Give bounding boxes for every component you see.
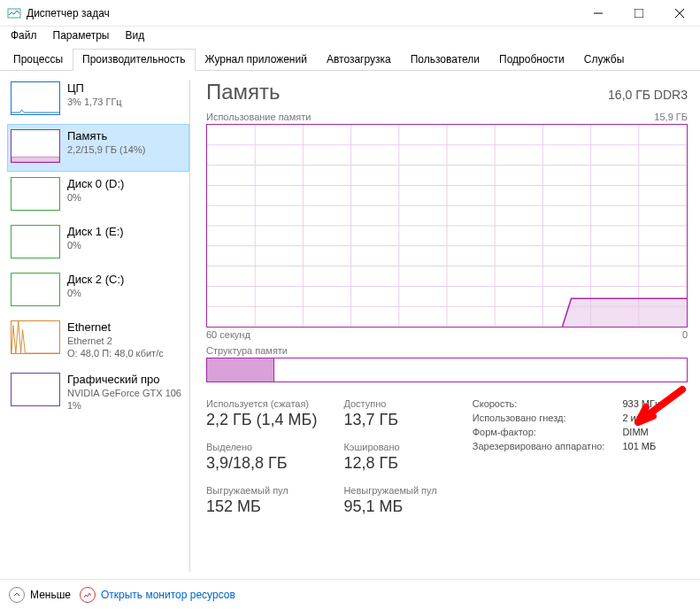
memory-thumb	[11, 129, 60, 163]
svg-rect-0	[8, 9, 20, 18]
tab-services[interactable]: Службы	[574, 49, 634, 71]
stat-committed: Выделено3,9/18,8 ГБ	[206, 442, 317, 473]
prop-slots-value: 2 из 4	[622, 412, 660, 423]
svg-rect-2	[635, 9, 643, 18]
sidebar-item-disk0[interactable]: Диск 0 (D:)0%	[7, 172, 189, 220]
tab-users[interactable]: Пользователи	[401, 49, 489, 71]
prop-speed-value: 933 МГц	[622, 398, 660, 409]
bottombar: Меньше Открыть монитор ресурсов	[0, 579, 700, 609]
stat-cached: Кэшировано12,8 ГБ	[343, 442, 436, 473]
sidebar-item-disk2[interactable]: Диск 2 (C:)0%	[7, 267, 189, 315]
tab-performance[interactable]: Производительность	[73, 49, 195, 71]
prop-slots-label: Использовано гнезд:	[473, 412, 605, 423]
disk0-title: Диск 0 (D:)	[67, 177, 124, 190]
stat-used: Используется (сжатая)2,2 ГБ (1,4 МБ)	[206, 398, 317, 429]
comp-label: Структура памяти	[206, 345, 688, 356]
cpu-thumb	[11, 81, 60, 115]
window-controls	[578, 0, 700, 27]
cpu-title: ЦП	[67, 81, 122, 95]
memory-composition-chart[interactable]	[206, 358, 688, 382]
main-panel: Память 16,0 ГБ DDR3 Использование памяти…	[190, 71, 700, 581]
tab-startup[interactable]: Автозагрузка	[317, 49, 401, 71]
stats: Используется (сжатая)2,2 ГБ (1,4 МБ) Дос…	[206, 398, 688, 516]
x-axis-right: 0	[682, 329, 688, 340]
titlebar: Диспетчер задач	[0, 0, 700, 27]
disk0-sub: 0%	[67, 192, 124, 203]
gpu-sub2: 1%	[67, 400, 181, 411]
tab-app-history[interactable]: Журнал приложений	[196, 49, 317, 71]
memory-spec: 16,0 ГБ DDR3	[608, 88, 688, 102]
disk2-sub: 0%	[67, 288, 124, 298]
comp-free-segment	[274, 358, 687, 382]
comp-used-segment	[207, 358, 274, 382]
prop-speed-label: Скорость:	[473, 398, 605, 409]
stat-available: Доступно13,7 ГБ	[343, 398, 436, 429]
window-title: Диспетчер задач	[27, 7, 578, 19]
app-icon	[7, 6, 21, 20]
prop-reserved-value: 101 МБ	[622, 441, 660, 451]
gpu-title: Графический про	[67, 373, 181, 386]
memory-title: Память	[67, 129, 145, 143]
disk2-title: Диск 2 (C:)	[67, 273, 124, 286]
tabs: Процессы Производительность Журнал прило…	[0, 44, 700, 71]
menu-view[interactable]: Вид	[118, 27, 151, 43]
sidebar-item-ethernet[interactable]: EthernetEthernet 2О: 48,0 П: 48,0 кбит/с	[7, 315, 189, 367]
fewer-details-button[interactable]: Меньше	[9, 587, 71, 603]
tab-details[interactable]: Подробности	[489, 49, 574, 71]
disk1-thumb	[11, 225, 60, 258]
chevron-up-icon	[9, 587, 25, 603]
content: ЦП3% 1,73 ГГц Память2,2/15,9 ГБ (14%) Ди…	[0, 71, 700, 581]
usage-label: Использование памяти	[206, 112, 311, 122]
open-resource-monitor-link[interactable]: Открыть монитор ресурсов	[80, 587, 235, 603]
eth-sub2: О: 48,0 П: 48,0 кбит/с	[67, 348, 164, 358]
main-title: Память	[206, 80, 281, 104]
cpu-sub: 3% 1,73 ГГц	[67, 96, 122, 107]
gpu-sub1: NVIDIA GeForce GTX 106	[67, 388, 181, 398]
prop-reserved-label: Зарезервировано аппаратно:	[473, 441, 605, 451]
sidebar-item-disk1[interactable]: Диск 1 (E:)0%	[7, 220, 189, 267]
sidebar: ЦП3% 1,73 ГГц Память2,2/15,9 ГБ (14%) Ди…	[0, 71, 189, 581]
eth-thumb	[11, 320, 60, 354]
sidebar-item-gpu[interactable]: Графический проNVIDIA GeForce GTX 1061%	[7, 367, 189, 420]
menu-file[interactable]: Файл	[4, 27, 44, 43]
tab-processes[interactable]: Процессы	[4, 49, 73, 71]
maximize-button[interactable]	[619, 0, 659, 27]
memory-props: Скорость:933 МГц Использовано гнезд:2 из…	[473, 398, 661, 516]
sidebar-item-cpu[interactable]: ЦП3% 1,73 ГГц	[7, 76, 189, 124]
stat-paged: Выгружаемый пул152 МБ	[206, 485, 317, 516]
sidebar-item-memory[interactable]: Память2,2/15,9 ГБ (14%)	[7, 124, 189, 172]
disk2-thumb	[11, 273, 60, 306]
disk1-sub: 0%	[67, 240, 124, 251]
disk0-thumb	[11, 177, 60, 211]
close-button[interactable]	[659, 0, 700, 27]
stat-nonpaged: Невыгружаемый пул95,1 МБ	[343, 485, 436, 516]
eth-sub1: Ethernet 2	[67, 335, 164, 346]
disk1-title: Диск 1 (E:)	[67, 225, 124, 238]
x-axis-left: 60 секунд	[206, 329, 250, 340]
resource-monitor-icon	[80, 587, 96, 603]
gpu-thumb	[11, 373, 60, 406]
menubar: Файл Параметры Вид	[0, 27, 700, 44]
prop-form-value: DIMM	[622, 427, 660, 437]
usage-max: 15,9 ГБ	[654, 112, 688, 122]
prop-form-label: Форм-фактор:	[473, 427, 605, 437]
memory-sub: 2,2/15,9 ГБ (14%)	[67, 144, 145, 155]
memory-usage-chart[interactable]	[206, 124, 688, 328]
eth-title: Ethernet	[67, 320, 164, 334]
menu-options[interactable]: Параметры	[46, 27, 117, 43]
minimize-button[interactable]	[578, 0, 619, 27]
